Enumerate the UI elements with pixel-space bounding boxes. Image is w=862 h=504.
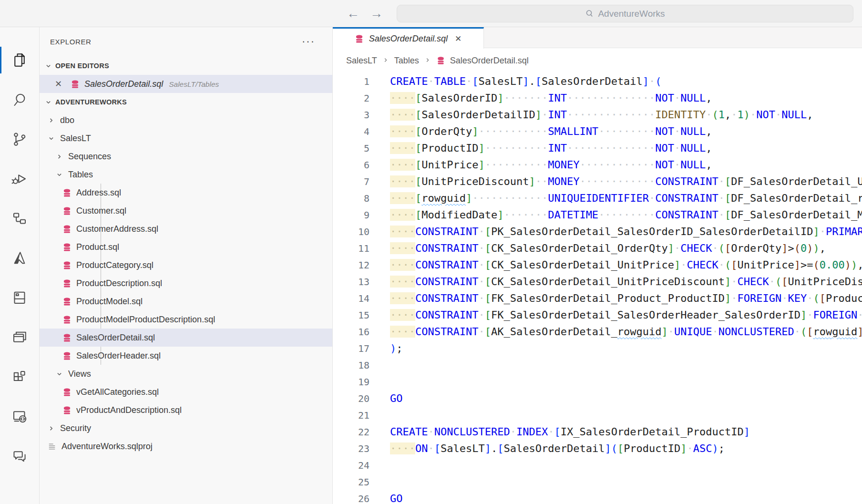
minimize-window-button[interactable]: [24, 10, 31, 17]
chevron-down-icon[interactable]: [55, 171, 63, 179]
tree-item-salesorderheader-sql[interactable]: SalesOrderHeader.sql: [40, 347, 332, 365]
run-debug-icon: [11, 170, 28, 187]
activity-search-icon[interactable]: [0, 80, 40, 119]
tree-item-customer-sql[interactable]: Customer.sql: [40, 202, 332, 220]
tree-item-productdescription-sql[interactable]: ProductDescription.sql: [40, 274, 332, 292]
code-line-16[interactable]: 16····CONSTRAINT·[AK_SalesOrderDetail_ro…: [333, 323, 862, 340]
tree-item-customeraddress-sql[interactable]: CustomerAddress.sql: [40, 220, 332, 238]
section-header-adventureworks[interactable]: ADVENTUREWORKS: [40, 93, 332, 111]
code-line-10[interactable]: 10····CONSTRAINT·[PK_SalesOrderDetail_Sa…: [333, 223, 862, 240]
database-icon: [62, 279, 72, 288]
explorer-title: EXPLORER: [50, 38, 92, 46]
activity-azure-icon[interactable]: [0, 238, 40, 278]
code-editor[interactable]: 1CREATE·TABLE·[SalesLT].[SalesOrderDetai…: [333, 73, 862, 504]
line-number: 23: [333, 443, 369, 454]
code-line-6[interactable]: 6····[UnitPrice]··········MONEY·········…: [333, 156, 862, 173]
tab-label: SalesOrderDetail.sql: [369, 34, 448, 44]
database-icon: [436, 56, 445, 65]
activity-remote-explorer-icon[interactable]: [0, 396, 40, 436]
code-line-23[interactable]: 23····ON·[SalesLT].[SalesOrderDetail]([P…: [333, 440, 862, 457]
code-line-8[interactable]: 8····[rowguid]············UNIQUEIDENTIFI…: [333, 190, 862, 206]
line-number: 13: [333, 276, 369, 288]
chevron-right-icon[interactable]: [47, 116, 55, 124]
tree-item-adventureworks-sqlproj[interactable]: AdventureWorks.sqlproj: [40, 437, 332, 455]
code-line-5[interactable]: 5····[ProductID]··········INT···········…: [333, 140, 862, 156]
close-tab-icon[interactable]: ✕: [455, 34, 462, 44]
code-line-9[interactable]: 9····[ModifiedDate]·······DATETIME······…: [333, 206, 862, 223]
code-line-22[interactable]: 22CREATE·NONCLUSTERED·INDEX·[IX_SalesOrd…: [333, 423, 862, 440]
line-number: 18: [333, 360, 369, 371]
code-line-12[interactable]: 12····CONSTRAINT·[CK_SalesOrderDetail_Un…: [333, 257, 862, 273]
tree-item-views[interactable]: Views: [40, 365, 332, 383]
activity-files-icon[interactable]: [0, 40, 40, 80]
breadcrumb-item-tables[interactable]: Tables: [394, 56, 419, 66]
tree-item-dbo[interactable]: dbo: [40, 111, 332, 129]
line-number: 10: [333, 226, 369, 237]
chevron-right-icon[interactable]: [47, 424, 55, 432]
chevron-down-icon[interactable]: [55, 370, 63, 378]
tree-item-label: ProductModelProductDescription.sql: [76, 315, 215, 325]
chevron-down-icon[interactable]: [44, 98, 52, 106]
code-line-13[interactable]: 13····CONSTRAINT·[CK_SalesOrderDetail_Un…: [333, 273, 862, 290]
line-number: 20: [333, 393, 369, 404]
forward-arrow-icon[interactable]: →: [370, 7, 383, 20]
zoom-window-button[interactable]: [36, 10, 42, 17]
code-line-25[interactable]: 25: [333, 473, 862, 490]
code-line-17[interactable]: 17);: [333, 340, 862, 357]
code-line-4[interactable]: 4····[OrderQty]···········SMALLINT······…: [333, 123, 862, 140]
tab-salesorderdetail[interactable]: SalesOrderDetail.sql ✕: [333, 27, 484, 49]
code-line-1[interactable]: 1CREATE·TABLE·[SalesLT].[SalesOrderDetai…: [333, 73, 862, 90]
back-arrow-icon[interactable]: ←: [347, 7, 359, 20]
close-icon[interactable]: ✕: [55, 79, 62, 89]
breadcrumb-item-file[interactable]: SalesOrderDetail.sql: [450, 56, 529, 66]
code-line-2[interactable]: 2····[SalesOrderID]·······INT···········…: [333, 90, 862, 106]
activity-run-debug-icon[interactable]: [0, 159, 40, 198]
code-line-21[interactable]: 21: [333, 407, 862, 423]
tree-item-product-sql[interactable]: Product.sql: [40, 238, 332, 256]
activity-source-control-icon[interactable]: [0, 119, 40, 159]
tree-item-tables[interactable]: Tables: [40, 165, 332, 184]
tree-item-vgetallcategories-sql[interactable]: vGetAllCategories.sql: [40, 383, 332, 401]
activity-comments-icon[interactable]: [0, 436, 40, 475]
code-line-20[interactable]: 20GO: [333, 390, 862, 407]
code-line-26[interactable]: 26GO: [333, 490, 862, 504]
chevron-right-icon[interactable]: [55, 153, 63, 161]
open-editor-item-salesorderdetail-sql[interactable]: ✕SalesOrderDetail.sqlSalesLT/Tables: [40, 75, 332, 93]
code-line-14[interactable]: 14····CONSTRAINT·[FK_SalesOrderDetail_Pr…: [333, 290, 862, 307]
chevron-down-icon[interactable]: [47, 134, 55, 143]
database-icon: [62, 315, 72, 324]
tree-item-label: SalesLT: [60, 134, 91, 144]
activity-notebook-icon[interactable]: [0, 278, 40, 317]
tree-item-salesorderdetail-sql[interactable]: SalesOrderDetail.sql: [40, 329, 332, 347]
open-editor-description: SalesLT/Tables: [169, 80, 219, 89]
files-icon: [11, 51, 28, 69]
close-window-button[interactable]: [12, 10, 19, 17]
tree-item-productcategory-sql[interactable]: ProductCategory.sql: [40, 256, 332, 274]
activity-blocks-icon[interactable]: [0, 357, 40, 396]
tree-item-label: Sequences: [68, 152, 111, 162]
code-line-19[interactable]: 19: [333, 373, 862, 390]
code-line-7[interactable]: 7····[UnitPriceDiscount]··MONEY·········…: [333, 173, 862, 190]
tree-item-sequences[interactable]: Sequences: [40, 147, 332, 165]
tree-item-security[interactable]: Security: [40, 419, 332, 437]
more-actions-icon[interactable]: ···: [302, 40, 315, 44]
tree-item-label: ProductModel.sql: [76, 297, 143, 307]
code-line-24[interactable]: 24: [333, 457, 862, 473]
chevron-down-icon[interactable]: [44, 62, 52, 70]
code-line-11[interactable]: 11····CONSTRAINT·[CK_SalesOrderDetail_Or…: [333, 240, 862, 257]
tree-item-vproductanddescription-sql[interactable]: vProductAndDescription.sql: [40, 401, 332, 419]
database-icon: [62, 206, 72, 216]
section-header-open-editors[interactable]: OPEN EDITORS: [40, 57, 332, 75]
code-line-3[interactable]: 3····[SalesOrderDetailID]·INT···········…: [333, 106, 862, 123]
tree-item-saleslt[interactable]: SalesLT: [40, 129, 332, 147]
command-center-search[interactable]: AdventureWorks: [397, 5, 853, 22]
tree-item-productmodelproductdescription-sql[interactable]: ProductModelProductDescription.sql: [40, 310, 332, 329]
tree-item-address-sql[interactable]: Address.sql: [40, 184, 332, 202]
notebook-icon: [11, 289, 28, 306]
code-line-18[interactable]: 18: [333, 357, 862, 373]
code-line-15[interactable]: 15····CONSTRAINT·[FK_SalesOrderDetail_Sa…: [333, 307, 862, 323]
breadcrumb-item-saleslt[interactable]: SalesLT: [346, 56, 377, 66]
activity-windows-icon[interactable]: [0, 317, 40, 357]
activity-connections-icon[interactable]: [0, 198, 40, 238]
tree-item-productmodel-sql[interactable]: ProductModel.sql: [40, 292, 332, 310]
